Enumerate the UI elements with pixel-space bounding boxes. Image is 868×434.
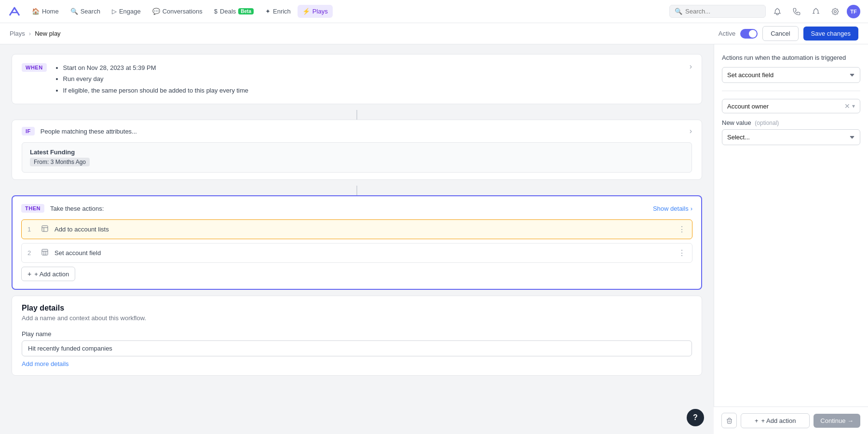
- then-tag: THEN: [21, 204, 44, 213]
- delete-action-button[interactable]: [721, 413, 737, 428]
- user-avatar[interactable]: TF: [847, 5, 860, 18]
- breadcrumb-separator: ›: [29, 30, 31, 37]
- play-details-header: Play details Add a name and context abou…: [12, 296, 702, 330]
- chevron-icon: ›: [691, 205, 692, 212]
- connector-line: [356, 110, 357, 120]
- action-label-1: Add to account lists: [54, 226, 109, 233]
- conversations-icon: 💬: [152, 8, 160, 15]
- beta-badge: Beta: [238, 8, 254, 14]
- add-action-button[interactable]: + + Add action: [21, 267, 75, 281]
- action-item-2[interactable]: 2 Set account field ⋮: [21, 243, 692, 263]
- nav-plays[interactable]: ⚡ Plays: [298, 5, 333, 18]
- plays-icon: ⚡: [302, 8, 310, 15]
- notifications-icon[interactable]: [770, 4, 785, 19]
- when-block: WHEN Start on Nov 28, 2023 at 5:39 PM Ru…: [12, 54, 702, 104]
- main-layout: WHEN Start on Nov 28, 2023 at 5:39 PM Ru…: [0, 44, 868, 434]
- filter-block: Latest Funding From: 3 Months Ago: [22, 142, 692, 173]
- global-search-box[interactable]: 🔍: [669, 5, 766, 18]
- save-button[interactable]: Save changes: [803, 27, 858, 41]
- action-type-select[interactable]: Set account field: [722, 67, 860, 83]
- toggle-knob: [749, 30, 757, 38]
- play-details-subtitle: Add a name and context about this workfl…: [22, 314, 692, 322]
- when-tag: WHEN: [22, 63, 47, 72]
- right-panel: Actions run when the automation is trigg…: [714, 44, 868, 434]
- top-navigation: 🏠 Home 🔍 Search ▷ Engage 💬 Conversations…: [0, 0, 868, 23]
- connector-line-2: [356, 186, 357, 195]
- action-menu-2[interactable]: ⋮: [678, 248, 686, 258]
- nav-enrich[interactable]: ✦ Enrich: [260, 5, 296, 18]
- settings-icon[interactable]: [827, 4, 843, 19]
- play-name-section: Play name: [12, 330, 702, 356]
- continue-button[interactable]: Continue →: [814, 414, 860, 428]
- nav-search[interactable]: 🔍 Search: [66, 5, 105, 18]
- nav-conversations[interactable]: 💬 Conversations: [148, 5, 207, 18]
- breadcrumb-current: New play: [35, 30, 60, 37]
- show-details-button[interactable]: Show details ›: [653, 205, 692, 212]
- panel-section-title: Actions run when the automation is trigg…: [722, 54, 860, 61]
- engage-icon: ▷: [112, 8, 117, 15]
- field-clear-button[interactable]: ✕: [844, 102, 850, 110]
- then-card: THEN Take these actions: Show details › …: [12, 195, 702, 290]
- active-toggle[interactable]: [740, 29, 758, 39]
- center-content: WHEN Start on Nov 28, 2023 at 5:39 PM Ru…: [0, 44, 714, 434]
- field-select-row[interactable]: Account owner ✕ ▾: [722, 99, 860, 113]
- when-bullet-2: Run every day: [63, 73, 248, 84]
- then-header: THEN Take these actions: Show details ›: [21, 204, 692, 213]
- nav-deals[interactable]: $ Deals Beta: [209, 5, 258, 18]
- action-icon-2: [41, 248, 49, 258]
- action-label-2: Set account field: [54, 249, 101, 257]
- plus-icon: +: [27, 270, 31, 278]
- logo[interactable]: [8, 5, 21, 18]
- action-item-1[interactable]: 1 Add to account lists ⋮: [21, 219, 692, 239]
- deals-icon: $: [214, 8, 217, 15]
- when-bullet-1: Start on Nov 28, 2023 at 5:39 PM: [63, 62, 248, 73]
- enrich-icon: ✦: [265, 8, 271, 15]
- panel-divider-1: [722, 91, 860, 91]
- then-title: Take these actions:: [50, 205, 104, 212]
- trash-icon: [726, 417, 733, 424]
- when-card: WHEN Start on Nov 28, 2023 at 5:39 PM Ru…: [12, 54, 702, 104]
- nav-home[interactable]: 🏠 Home: [27, 5, 64, 18]
- bell-icon[interactable]: [808, 4, 824, 19]
- play-details-title: Play details: [22, 304, 692, 312]
- when-bullet-3: If eligible, the same person should be a…: [63, 85, 248, 96]
- breadcrumb-bar: Plays › New play Active Cancel Save chan…: [0, 23, 868, 44]
- if-block[interactable]: IF People matching these attributes... ›: [12, 120, 702, 142]
- nav-engage[interactable]: ▷ Engage: [107, 5, 146, 18]
- breadcrumb-plays[interactable]: Plays: [10, 30, 25, 37]
- search-icon-global: 🔍: [675, 8, 682, 15]
- when-chevron[interactable]: ›: [690, 62, 692, 71]
- if-chevron[interactable]: ›: [690, 127, 692, 136]
- action-menu-1[interactable]: ⋮: [678, 225, 686, 234]
- breadcrumb-actions: Active Cancel Save changes: [719, 26, 858, 41]
- action-icon-1: [41, 225, 49, 234]
- if-tag: IF: [22, 127, 35, 136]
- help-button[interactable]: ?: [687, 409, 704, 426]
- action-number-1: 1: [27, 226, 35, 233]
- connector-2: [12, 186, 702, 195]
- filter-badge: From: 3 Months Ago: [30, 158, 90, 166]
- connector-1: [12, 110, 702, 120]
- action-number-2: 2: [27, 249, 35, 257]
- play-name-input[interactable]: [22, 340, 692, 356]
- new-value-optional: (optional): [755, 120, 779, 126]
- svg-rect-1: [42, 249, 48, 255]
- active-label: Active: [719, 30, 735, 37]
- add-action-small-button[interactable]: + + Add action: [741, 413, 810, 428]
- play-details-card: Play details Add a name and context abou…: [12, 296, 702, 376]
- svg-rect-0: [42, 226, 48, 231]
- new-value-label-wrap: New value (optional): [722, 119, 860, 126]
- field-chevron-icon[interactable]: ▾: [852, 103, 855, 109]
- add-more-details-link[interactable]: Add more details: [12, 356, 702, 367]
- plus-icon-sm: +: [755, 417, 759, 424]
- topnav-right: 🔍 TF: [669, 4, 860, 19]
- home-icon: 🏠: [32, 8, 40, 15]
- bottom-bar: + + Add action Continue →: [714, 407, 868, 434]
- new-value-select[interactable]: Select...: [722, 129, 860, 145]
- global-search-input[interactable]: [685, 8, 760, 15]
- play-name-label: Play name: [22, 330, 692, 338]
- field-label: Account owner: [727, 103, 769, 110]
- phone-icon[interactable]: [789, 4, 804, 19]
- cancel-button[interactable]: Cancel: [762, 26, 798, 41]
- if-text: People matching these attributes...: [41, 128, 137, 135]
